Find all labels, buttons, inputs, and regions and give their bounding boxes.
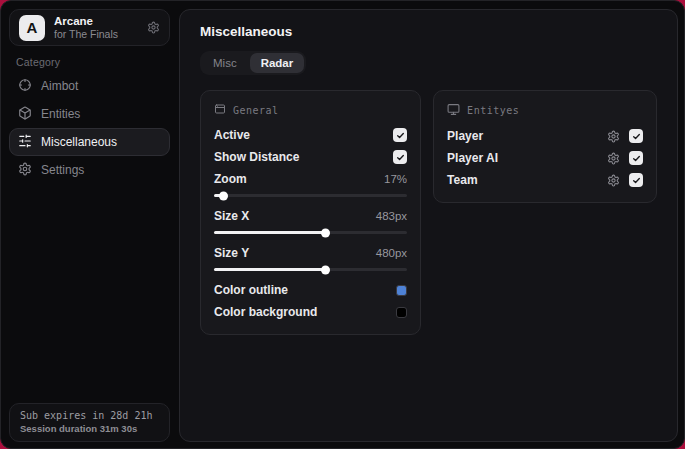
player-ai-checkbox[interactable] [629, 151, 643, 165]
sidebar-item-label: Settings [41, 163, 84, 177]
entity-label: Player AI [447, 151, 498, 165]
check-icon [396, 153, 405, 162]
setting-label: Active [214, 128, 250, 142]
sidebar-item-settings[interactable]: Settings [9, 156, 170, 184]
crosshair-icon [18, 78, 32, 95]
check-icon [632, 176, 641, 185]
gear-icon [18, 162, 32, 179]
entity-row-player-ai: Player AI [447, 147, 643, 169]
setting-row-show-distance: Show Distance [214, 146, 407, 168]
gear-icon[interactable] [607, 174, 620, 187]
size-y-value: 480px [376, 247, 407, 259]
category-label: Category [16, 56, 60, 68]
sidebar-item-aimbot[interactable]: Aimbot [9, 72, 170, 100]
brand-title: Arcane [54, 15, 138, 28]
entity-label: Team [447, 173, 477, 187]
check-icon [632, 154, 641, 163]
size-x-slider[interactable] [214, 231, 407, 234]
zoom-value: 17% [384, 173, 407, 185]
tab-misc[interactable]: Misc [202, 53, 248, 73]
check-icon [396, 131, 405, 140]
sidebar-item-label: Miscellaneous [41, 135, 117, 149]
sub-expiry-text: Sub expires in 28d 21h [20, 410, 159, 421]
slider-fill [214, 231, 326, 234]
main-content: Miscellaneous Misc Radar General Active [179, 9, 678, 442]
setting-label: Color background [214, 305, 317, 319]
active-checkbox[interactable] [393, 128, 407, 142]
team-checkbox[interactable] [629, 173, 643, 187]
session-duration-text: Session duration 31m 30s [20, 423, 159, 434]
slider-thumb[interactable] [219, 191, 228, 200]
brand-text: Arcane for The Finals [54, 15, 138, 40]
general-panel: General Active Show Distance Zoom [200, 90, 421, 335]
brand-subtitle: for The Finals [54, 28, 138, 40]
tab-radar[interactable]: Radar [250, 53, 305, 73]
slider-fill [214, 268, 326, 271]
tab-bar: Misc Radar [200, 51, 306, 75]
setting-row-size-y: Size Y 480px [214, 242, 407, 264]
setting-label: Size X [214, 209, 249, 223]
gear-icon[interactable] [607, 130, 620, 143]
entities-panel-title: Entityes [467, 105, 519, 116]
gear-icon[interactable] [147, 21, 160, 34]
page-title: Miscellaneous [200, 24, 657, 39]
sidebar-item-entities[interactable]: Entities [9, 100, 170, 128]
size-y-slider[interactable] [214, 268, 407, 271]
sidebar-item-label: Aimbot [41, 79, 78, 93]
setting-label: Zoom [214, 172, 247, 186]
sidebar-item-label: Entities [41, 107, 80, 121]
entities-panel: Entityes Player Player AI [433, 90, 657, 203]
gear-icon[interactable] [607, 152, 620, 165]
sidebar-item-miscellaneous[interactable]: Miscellaneous [9, 128, 170, 156]
setting-row-color-background: Color background [214, 301, 407, 323]
general-panel-title: General [233, 105, 279, 116]
show-distance-checkbox[interactable] [393, 150, 407, 164]
check-icon [632, 132, 641, 141]
subscription-card: Sub expires in 28d 21h Session duration … [9, 403, 170, 442]
sliders-icon [18, 134, 32, 151]
setting-row-zoom: Zoom 17% [214, 168, 407, 190]
monitor-icon [447, 103, 460, 118]
box-icon [18, 106, 32, 123]
window-icon [214, 103, 226, 117]
slider-fill [214, 194, 224, 197]
entity-label: Player [447, 129, 483, 143]
setting-label: Color outline [214, 283, 288, 297]
brand-card: A Arcane for The Finals [9, 9, 170, 46]
panels-container: General Active Show Distance Zoom [200, 90, 657, 335]
color-outline-swatch[interactable] [396, 285, 407, 296]
size-x-value: 483px [376, 210, 407, 222]
slider-thumb[interactable] [321, 265, 330, 274]
entities-panel-header: Entityes [447, 103, 643, 118]
color-background-swatch[interactable] [396, 307, 407, 318]
slider-thumb[interactable] [321, 228, 330, 237]
sidebar-nav: Aimbot Entities Miscellaneous Settings [9, 72, 170, 184]
setting-row-color-outline: Color outline [214, 279, 407, 301]
general-panel-header: General [214, 103, 407, 117]
setting-label: Size Y [214, 246, 249, 260]
player-checkbox[interactable] [629, 129, 643, 143]
zoom-slider[interactable] [214, 194, 407, 197]
setting-row-active: Active [214, 124, 407, 146]
setting-label: Show Distance [214, 150, 299, 164]
entity-row-team: Team [447, 169, 643, 191]
setting-row-size-x: Size X 483px [214, 205, 407, 227]
brand-logo: A [19, 15, 45, 41]
sidebar: A Arcane for The Finals Category Aimbot … [1, 1, 178, 448]
app-window: A Arcane for The Finals Category Aimbot … [0, 0, 685, 449]
entity-row-player: Player [447, 125, 643, 147]
